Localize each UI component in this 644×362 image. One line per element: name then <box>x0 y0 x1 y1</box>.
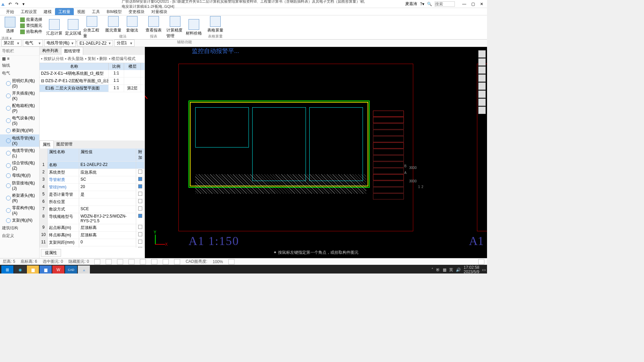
tab-quantity[interactable]: 工程量 <box>55 8 74 15</box>
tray-clock[interactable]: 17:02:582023/5/9 <box>464 265 479 274</box>
help-icon[interactable]: ?▾ <box>420 2 424 6</box>
minimize-icon[interactable]: — <box>460 2 468 6</box>
nav-item[interactable]: 综合管线(电)(Z) <box>0 159 39 172</box>
nav-item[interactable]: 防雷接地(电)(J) <box>0 179 39 192</box>
summary-calc-button[interactable]: 汇总计算 <box>46 19 63 36</box>
category-qty-button[interactable]: 分类工程量 <box>83 16 101 39</box>
property-row[interactable]: 9起点标高(m)层顶标高 <box>40 224 145 232</box>
drawing-row[interactable]: DZS-Z-X-E1~4弱电系统图_t3_模型1:1 <box>40 70 145 77</box>
layers-icon[interactable] <box>478 90 486 98</box>
checkbox-icon[interactable] <box>138 170 142 174</box>
select-button[interactable]: 选择 <box>1 17 19 35</box>
tab-compare[interactable]: 对量模块 <box>148 8 171 15</box>
property-row[interactable]: 2系统类型应急系统 <box>40 169 145 176</box>
nav-item[interactable]: 电气设备(电)(S) <box>0 114 39 127</box>
nav-section-elec[interactable]: 电气 <box>0 69 39 77</box>
nav-item[interactable]: 桥架(电)(W) <box>0 127 39 134</box>
tab-model[interactable]: 建模 <box>40 8 55 15</box>
precision-button[interactable]: 计算精度管理 <box>166 16 184 39</box>
property-row[interactable]: 6所在位置 <box>40 198 145 206</box>
prompt-button[interactable]: 提属性 <box>41 249 61 257</box>
property-row[interactable]: 5是否计量导管是 <box>40 191 145 198</box>
nav-item[interactable]: 电缆导管(电)(L) <box>0 147 39 159</box>
notepad-icon[interactable]: ▆ <box>40 265 52 274</box>
fit-icon[interactable] <box>478 82 486 90</box>
report-button[interactable]: 查看报表 <box>145 16 162 33</box>
qat-save-icon[interactable]: ▾ <box>21 1 26 7</box>
checkbox-icon[interactable] <box>138 225 142 229</box>
cad-icon[interactable]: CAD <box>65 265 77 274</box>
tab-layers[interactable]: 图层管理 <box>54 140 75 148</box>
nav-section-custom[interactable]: 自定义 <box>0 232 39 240</box>
property-row[interactable]: 3导管材质SC <box>40 176 145 184</box>
user-label[interactable]: 麦嘉洧 <box>405 1 417 7</box>
group-default[interactable]: 按默认分组 <box>41 56 64 62</box>
component-combo[interactable]: E1-2AELP2-Z2 <box>77 40 113 46</box>
status-tool-icon[interactable] <box>94 259 100 264</box>
zoom-icon[interactable] <box>478 58 486 66</box>
grid-icon[interactable] <box>478 99 486 106</box>
nav-item[interactable]: 母线(电)(I) <box>0 172 39 179</box>
status-pin-icon[interactable] <box>478 259 484 264</box>
wps-icon[interactable]: W <box>52 265 64 274</box>
close-icon[interactable]: ✕ <box>478 2 486 6</box>
checkbox-icon[interactable] <box>138 177 142 181</box>
checkbox-icon[interactable] <box>138 214 142 218</box>
checkbox-icon[interactable] <box>138 247 142 248</box>
header-toggle[interactable]: 表头显隐 <box>65 56 84 62</box>
nav-section-arch[interactable]: 建筑结构 <box>0 224 39 232</box>
element-query-button[interactable]: 图元查量 <box>105 16 122 33</box>
checkbox-icon[interactable] <box>138 206 142 210</box>
status-tool-icon[interactable] <box>151 259 157 264</box>
nav-item[interactable]: 配电箱柜(电)(P) <box>0 102 39 114</box>
status-tool-icon[interactable] <box>106 259 112 264</box>
property-row[interactable]: 8导线规格型号WDZN-BYJ-2*2.5/WDZN-RYS-2*1.5 <box>40 213 145 224</box>
property-row[interactable]: 1名称E1-2AELP2-Z2 <box>40 162 145 169</box>
tab-project[interactable]: 工程设置 <box>17 8 40 15</box>
snap-icon[interactable] <box>478 107 486 114</box>
tab-change[interactable]: 变更模块 <box>125 8 148 15</box>
explorer-icon[interactable]: ▆ <box>27 265 39 274</box>
delete-button[interactable]: 删除 <box>97 56 108 62</box>
tab-view[interactable]: 视图 <box>74 8 89 15</box>
checkbox-icon[interactable] <box>138 184 142 188</box>
status-tool-icon[interactable] <box>128 259 135 264</box>
tray-shield-icon[interactable]: ⛨ <box>436 267 440 272</box>
status-tool-icon[interactable] <box>163 259 169 264</box>
pan-icon[interactable] <box>478 66 486 74</box>
property-row[interactable]: 10终点标高(m)层顶标高 <box>40 232 145 239</box>
status-tool-icon[interactable] <box>140 259 146 264</box>
start-button[interactable]: ⊞ <box>1 265 13 274</box>
search-input[interactable] <box>435 1 455 7</box>
drawing-row[interactable]: ⊟ DZS-Z-P-E1-2层配电平面图_t3_出图_模型1:1 <box>40 77 145 85</box>
status-tool-icon[interactable] <box>174 259 180 264</box>
tab-bim[interactable]: BIM模型 <box>103 8 125 15</box>
nav-item[interactable]: 电线导管(电)(X) <box>0 134 39 147</box>
property-row[interactable]: 11支架间距(mm)0 <box>40 239 145 246</box>
find-element[interactable]: 查找图元 <box>20 23 42 28</box>
nav-tool-icon[interactable]: ▦ <box>2 56 6 61</box>
tab-components[interactable]: 构件列表 <box>40 47 61 55</box>
nav-item[interactable]: 开关插座(电)(K) <box>0 89 39 102</box>
drawing-canvas[interactable]: 监控自动报警平... B A 3000 3000 1 2 Y X A1 1:15… <box>145 47 487 258</box>
nav-section-axis[interactable]: 轴线 <box>0 62 39 69</box>
tray-ime-lang[interactable]: 英 <box>449 267 453 273</box>
category-combo[interactable]: 电线导管(电) <box>44 40 76 47</box>
major-combo[interactable]: 电气 <box>23 40 43 47</box>
define-area-button[interactable]: 定义区域 <box>64 19 82 36</box>
table-qty-button[interactable]: 表格算量 <box>207 16 224 33</box>
tab-start[interactable]: 开始 <box>3 8 17 15</box>
nav-item[interactable]: 照明灯具(电)(D) <box>0 77 39 89</box>
tray-up-icon[interactable]: ˄ <box>431 267 433 272</box>
nav-item[interactable]: 桥架通头(电)(R) <box>0 192 39 204</box>
property-row[interactable]: 4管径(mm)20 <box>40 184 145 191</box>
nav-item[interactable]: 支架(电)(N) <box>0 217 39 224</box>
qat-undo-icon[interactable]: ↶ <box>7 1 13 7</box>
layer-combo[interactable]: 分层1 <box>114 40 135 47</box>
method-button[interactable]: 套做法 <box>123 16 141 33</box>
checkbox-icon[interactable] <box>138 240 142 244</box>
tab-props[interactable]: 属性 <box>40 140 54 148</box>
nav-item[interactable]: 零星构件(电)(A) <box>0 204 39 217</box>
checkbox-icon[interactable] <box>138 192 142 196</box>
floor-mode[interactable]: 楼层编号模式 <box>109 56 136 62</box>
